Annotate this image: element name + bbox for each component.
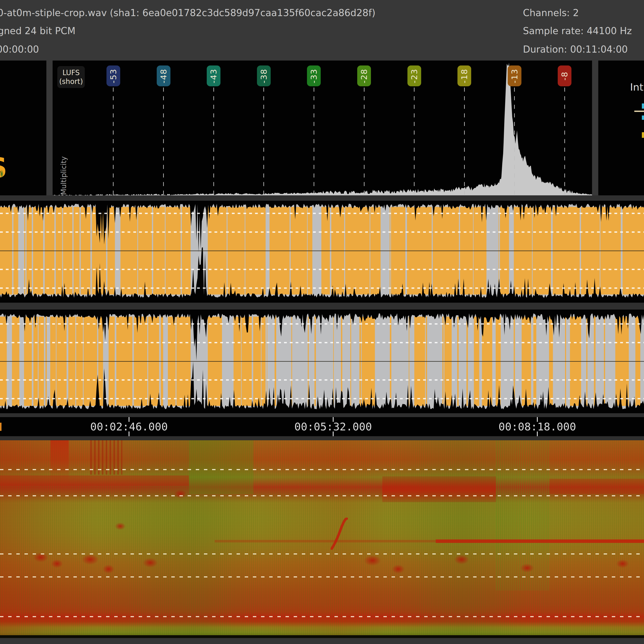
spec-red-blob bbox=[520, 563, 534, 573]
lufs-tick-badge--23: -23 bbox=[407, 65, 421, 86]
lufs-tick-label: -28 bbox=[359, 68, 369, 83]
lufs-tick-label: -23 bbox=[410, 68, 419, 83]
lufs-tick-badge--8: -8 bbox=[558, 65, 571, 86]
waveform-center-line bbox=[0, 361, 644, 362]
channels-info: Channels:2 bbox=[523, 7, 579, 18]
sample-format-label: gned 24 bit PCM bbox=[0, 25, 75, 36]
lufs-histogram-panel[interactable]: -53-48-43-38-33-28-23-18-13-8 LUFS (shor… bbox=[53, 61, 592, 195]
waveform-gridline bbox=[0, 398, 644, 399]
duration-value: 00:11:04:00 bbox=[567, 44, 628, 55]
duration-label: Duration: bbox=[523, 44, 567, 55]
lufs-tick-label: -38 bbox=[259, 68, 269, 83]
histogram-gridline--13 bbox=[514, 88, 515, 195]
waveform-center-line bbox=[0, 251, 644, 251]
left-stats-panel: S bbox=[0, 61, 46, 195]
histogram-title-line1: LUFS bbox=[62, 68, 80, 77]
duration-info: Duration:00:11:04:00 bbox=[523, 44, 628, 55]
lufs-tick-badge--28: -28 bbox=[357, 65, 371, 86]
spectrogram-gridline bbox=[0, 616, 644, 617]
spec-red-blob bbox=[82, 554, 99, 565]
divider bbox=[0, 413, 644, 417]
histogram-title-line2: (short) bbox=[59, 77, 83, 86]
lufs-tick-label: -43 bbox=[209, 68, 218, 83]
filename-and-sha1: 0-at0m-stiple-crop.wav (sha1: 6ea0e01782… bbox=[0, 7, 375, 18]
spec-red-line bbox=[215, 540, 436, 542]
spec-red-blob bbox=[143, 558, 158, 568]
start-time-label: 00:00:00 bbox=[0, 44, 39, 55]
spectrogram-gridline bbox=[0, 553, 644, 554]
clipped-unit-fragment bbox=[642, 132, 644, 138]
lufs-tick-label: -33 bbox=[309, 68, 319, 83]
divider bbox=[0, 303, 644, 310]
channels-label: Channels: bbox=[523, 7, 570, 18]
spec-red-blob bbox=[364, 555, 381, 566]
spec-red-blob bbox=[103, 565, 114, 574]
divider bbox=[0, 195, 644, 201]
waveform-gridline bbox=[0, 287, 644, 289]
header-bar: 0-at0m-stiple-crop.wav (sha1: 6ea0e01782… bbox=[0, 0, 644, 61]
histogram-gridline--23 bbox=[414, 88, 415, 195]
lufs-tick-badge--38: -38 bbox=[257, 65, 271, 86]
spec-red-blob bbox=[616, 559, 629, 568]
lufs-tick-label: -18 bbox=[460, 68, 469, 83]
histogram-gridline--28 bbox=[364, 88, 365, 195]
timeline-timestamp: 00:08:18.000 bbox=[498, 421, 576, 433]
clipped-cursor-time-fragment bbox=[0, 423, 2, 431]
lufs-tick-badge--13: -13 bbox=[508, 65, 521, 86]
clipped-value-digit-fragment bbox=[642, 103, 644, 109]
spec-chirp-curve bbox=[331, 518, 356, 550]
waveform-gridline bbox=[0, 323, 644, 325]
spec-red-blob bbox=[392, 565, 405, 574]
histogram-title-box: LUFS (short) bbox=[57, 66, 85, 88]
spec-red-hband bbox=[550, 479, 644, 494]
spec-red-blob bbox=[454, 555, 469, 564]
waveform-channel-left[interactable] bbox=[0, 201, 644, 303]
histogram-y-axis-label: Multiplicity bbox=[59, 156, 68, 195]
waveform-gridline bbox=[0, 269, 644, 270]
spectrogram-gridline bbox=[0, 576, 644, 577]
histogram-gridline--38 bbox=[263, 88, 264, 195]
waveform-gridline bbox=[0, 342, 644, 343]
spectrogram-bottom-edge bbox=[0, 635, 644, 638]
histogram-gridline--18 bbox=[464, 88, 465, 195]
loudness-analyzer-app: { "header": { "file_line": "0-at0m-stipl… bbox=[0, 0, 644, 644]
histogram-gridline--43 bbox=[213, 88, 214, 195]
spectrogram-view[interactable] bbox=[0, 440, 644, 635]
lufs-tick-badge--48: -48 bbox=[157, 65, 170, 86]
histogram-gridline--53 bbox=[113, 88, 114, 195]
waveform-gridline bbox=[0, 213, 644, 214]
lufs-tick-label: -8 bbox=[560, 71, 569, 81]
spec-red-line bbox=[436, 539, 644, 543]
sample-rate-value: 44100 Hz bbox=[584, 25, 632, 36]
clipped-glyph-green-fragment bbox=[0, 170, 3, 178]
lufs-tick-badge--43: -43 bbox=[207, 65, 220, 86]
lufs-tick-label: -13 bbox=[510, 68, 519, 83]
timeline-ruler[interactable]: 00:02:46.00000:05:32.00000:08:18.000 bbox=[0, 417, 644, 436]
spec-green-section bbox=[189, 440, 253, 494]
channels-value: 2 bbox=[570, 7, 579, 18]
integrated-loudness-panel: Int − bbox=[598, 61, 644, 195]
spec-red-hband bbox=[0, 475, 189, 486]
bottom-status-area bbox=[0, 638, 644, 644]
lufs-tick-badge--53: -53 bbox=[106, 65, 120, 86]
spec-red-blob bbox=[51, 559, 63, 568]
timeline-timestamp: 00:05:32.000 bbox=[294, 421, 372, 433]
waveform-channel-right[interactable] bbox=[0, 310, 644, 413]
histogram-gridline--33 bbox=[314, 88, 314, 195]
timeline-timestamp: 00:02:46.000 bbox=[90, 421, 168, 433]
sample-rate-label: Sample rate: bbox=[523, 25, 584, 36]
clipped-value-digit-fragment bbox=[642, 115, 644, 120]
integrated-label-clipped: Int bbox=[630, 81, 643, 93]
lufs-tick-label: -53 bbox=[109, 68, 118, 83]
histogram-gridline--48 bbox=[163, 88, 164, 195]
lufs-tick-badge--33: -33 bbox=[307, 65, 321, 86]
spec-red-hband bbox=[382, 476, 496, 502]
divider bbox=[0, 436, 644, 440]
waveform-gridline bbox=[0, 379, 644, 381]
spec-red-blob bbox=[174, 490, 187, 498]
spectrogram-gridline bbox=[0, 469, 644, 470]
waveform-gridline bbox=[0, 231, 644, 233]
sample-rate-info: Sample rate:44100 Hz bbox=[523, 25, 632, 36]
spec-red-blob bbox=[115, 522, 126, 530]
lufs-tick-badge--18: -18 bbox=[457, 65, 471, 86]
